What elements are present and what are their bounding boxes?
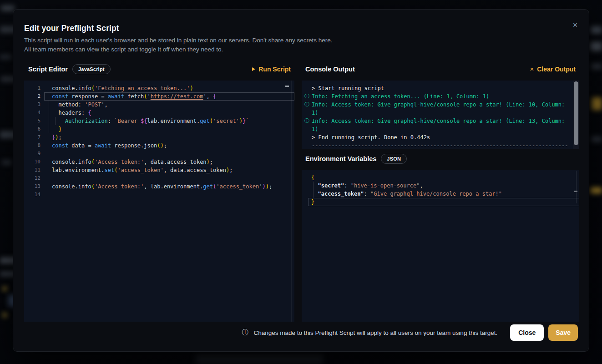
preflight-script-modal: × Edit your Preflight Script This script… <box>13 9 589 352</box>
backdrop-blob <box>3 287 7 291</box>
editor-code: console.info('Fetching an access token..… <box>44 81 294 322</box>
env-cursor-mark <box>574 191 577 192</box>
play-icon <box>252 67 255 71</box>
backdrop-blob <box>591 26 602 34</box>
backdrop-blob <box>591 64 602 69</box>
console-line: 1) <box>304 125 573 133</box>
indent-guide <box>55 117 56 125</box>
script-editor[interactable]: 1234567891011121314 console.info('Fetchi… <box>24 81 294 322</box>
console-line-indent <box>304 125 312 133</box>
clear-output-label: Clear Output <box>537 66 576 73</box>
run-script-button[interactable]: Run Script <box>252 66 291 73</box>
code-line: console.info('Fetching an access token..… <box>44 84 294 92</box>
env-code-line: "secret": "hive-is-open-source", <box>308 182 579 190</box>
javascript-badge: JavaScript <box>72 64 111 74</box>
console-line-indent <box>304 142 312 149</box>
modal-footer: ⓘ Changes made to this Preflight Script … <box>242 324 578 342</box>
code-line: const data = await response.json(); <box>44 142 294 150</box>
console-line-indent <box>304 109 312 117</box>
clear-icon: × <box>530 66 534 72</box>
backdrop-blob <box>590 42 602 51</box>
backdrop-blob <box>0 55 12 59</box>
backdrop-blob <box>2 160 12 165</box>
env-code-line: "access_token": "Give graphql-hive/conso… <box>308 190 579 198</box>
console-lines: > Start running scriptⓘInfo: Fetching an… <box>302 81 579 149</box>
env-overview-ruler <box>576 171 577 203</box>
code-line: lab.environment.set('access_token', data… <box>44 166 294 174</box>
modal-description-line1: This script will run in each user's brow… <box>24 36 578 45</box>
backdrop-blob <box>1 5 15 11</box>
console-line: ⓘInfo: Fetching an access token... (Line… <box>304 92 573 101</box>
save-button[interactable]: Save <box>548 324 578 341</box>
console-line: > End running script. Done in 0.442s <box>304 133 573 142</box>
code-line: const response = await fetch('https://te… <box>44 92 294 101</box>
backdrop-blob <box>592 97 602 110</box>
console-line: > Start running script <box>304 84 573 92</box>
console-line: ----------------------------------------… <box>304 142 573 149</box>
close-button[interactable]: Close <box>510 324 544 341</box>
environment-variables-header: Environment Variables JSON <box>302 153 579 165</box>
page-title: Edit your Preflight Script <box>24 22 578 34</box>
editor-overview-ruler <box>291 81 292 322</box>
code-line: Authorization: `Bearer ${lab.environment… <box>44 117 294 125</box>
backdrop-blob <box>3 313 7 317</box>
console-line: ⓘInfo: Access token: Give graphql-hive/c… <box>304 101 573 109</box>
editor-cursor-mark <box>285 86 289 87</box>
console-line: 1) <box>304 109 573 117</box>
console-line-indent <box>304 84 312 92</box>
code-line: }); <box>44 133 294 142</box>
run-script-label: Run Script <box>258 66 291 73</box>
clear-output-button[interactable]: × Clear Output <box>530 66 576 73</box>
console-output-title: Console Output <box>305 66 355 73</box>
code-line: method: 'POST', <box>44 101 294 109</box>
console-header: Console Output × Clear Output <box>302 63 579 75</box>
console-line-indent <box>304 133 312 142</box>
code-line <box>44 191 294 199</box>
code-line: console.info('Access token:', lab.enviro… <box>44 182 294 191</box>
editor-gutter: 1234567891011121314 <box>24 81 44 322</box>
backdrop-blob <box>590 187 602 193</box>
console-scrollbar[interactable] <box>573 81 579 149</box>
console-scrollbar-thumb[interactable] <box>574 81 578 145</box>
json-badge: JSON <box>381 154 407 164</box>
info-circle-icon: ⓘ <box>304 92 312 101</box>
info-icon: ⓘ <box>242 329 248 337</box>
modal-description-line2: All team members can view the script and… <box>24 45 578 54</box>
code-line <box>44 174 294 182</box>
backdrop-blob <box>196 354 323 364</box>
backdrop-blob <box>591 136 602 142</box>
close-icon[interactable]: × <box>570 20 581 30</box>
code-line <box>44 150 294 158</box>
code-line: console.info('Access token:', data.acces… <box>44 158 294 166</box>
indent-guide <box>49 101 49 133</box>
footer-note: Changes made to this Preflight Script wi… <box>253 329 497 336</box>
env-code: { "secret": "hive-is-open-source", "acce… <box>302 173 579 206</box>
console-line: ⓘInfo: Access token: Give graphql-hive/c… <box>304 117 573 125</box>
environment-variables-editor[interactable]: { "secret": "hive-is-open-source", "acce… <box>302 170 579 322</box>
code-line: } <box>44 125 294 133</box>
info-circle-icon: ⓘ <box>304 101 312 109</box>
script-editor-header: Script Editor JavaScript Run Script <box>24 63 294 75</box>
modal-header: Edit your Preflight Script This script w… <box>13 10 589 54</box>
script-editor-title: Script Editor <box>28 66 68 73</box>
indent-guide <box>313 182 314 198</box>
env-code-line: { <box>308 173 579 182</box>
env-code-line: } <box>308 198 579 206</box>
environment-variables-title: Environment Variables <box>305 155 376 162</box>
info-circle-icon: ⓘ <box>304 117 312 125</box>
code-line: headers: { <box>44 109 294 117</box>
console-output[interactable]: > Start running scriptⓘInfo: Fetching an… <box>302 81 579 149</box>
